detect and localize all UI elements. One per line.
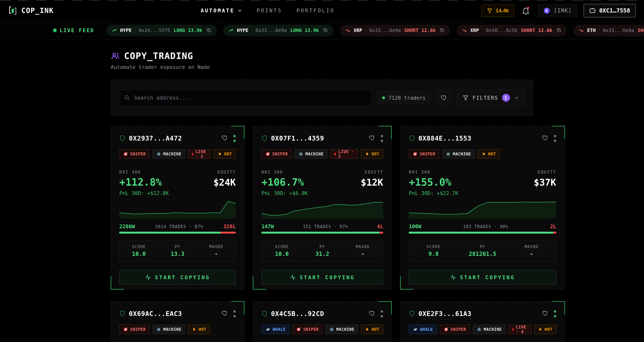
live-dot-icon <box>53 29 56 32</box>
trend-down-icon <box>345 28 350 32</box>
maxdd-label: MAXDD <box>197 244 236 249</box>
copy-icon[interactable] <box>206 28 212 33</box>
start-copying-button[interactable]: START COPYING <box>262 270 383 285</box>
search-input[interactable] <box>134 95 366 101</box>
badge-machine: MACHINE <box>294 149 328 159</box>
winloss-row: 100W 102 TRADES · 98% 2L <box>409 224 556 229</box>
shield-icon <box>262 310 268 317</box>
favorite-button[interactable] <box>369 134 376 141</box>
badge-machine: MACHINE <box>326 325 358 334</box>
trend-down-icon <box>579 28 584 32</box>
badge-machine: MACHINE <box>442 149 475 159</box>
fire-icon <box>218 152 222 157</box>
trader-card: 0X69AC...EAC3 SNIPER MACHINE HOT <box>111 301 244 342</box>
badge-sniper: SNIPER <box>292 325 322 334</box>
badge-hot: HOT <box>478 149 500 159</box>
live-feed-ticker: LIVE FEED HYPE 0x2d...55f5 LONG 13.9k HY… <box>0 21 644 39</box>
nav-automate[interactable]: AUTOMATE <box>201 7 242 13</box>
nav-points[interactable]: POINTS <box>257 7 282 13</box>
badge-whale: WHALE <box>262 325 290 334</box>
trader-address: 0X2937...A472 <box>129 134 182 142</box>
badge-hot: HOT <box>361 149 383 159</box>
trader-address: 0X07F1...4359 <box>271 134 324 142</box>
ticker-item[interactable]: HYPE 0x33...6e9a LONG 13.9k <box>223 25 334 36</box>
start-copying-button[interactable]: START COPYING <box>409 270 556 285</box>
robot-icon <box>298 152 303 157</box>
chevron-down-icon <box>514 95 519 100</box>
trader-address: 0XE2F3...61A3 <box>418 310 472 318</box>
robot-icon <box>156 152 161 157</box>
trend-down-icon <box>462 28 467 32</box>
points-badge[interactable]: 14.4k <box>482 4 514 17</box>
wins-value: 2286W <box>119 224 135 229</box>
favorite-button[interactable] <box>222 310 228 317</box>
card-menu-button[interactable] <box>233 310 236 318</box>
favorite-button[interactable] <box>542 134 549 141</box>
heart-icon <box>222 310 228 317</box>
whale-icon <box>412 327 418 332</box>
favorite-button[interactable] <box>222 134 228 141</box>
trophy-icon <box>487 8 492 13</box>
card-menu-button[interactable] <box>380 310 383 318</box>
chevron-down-icon <box>237 8 242 13</box>
winloss-row: 147W 151 TRADES · 97% 4L <box>262 224 383 229</box>
target-icon <box>412 152 418 157</box>
badge-row: SNIPER MACHINE HOT <box>119 325 236 334</box>
shield-icon <box>409 310 415 317</box>
card-menu-button[interactable] <box>380 134 383 142</box>
favorite-button[interactable] <box>542 310 549 317</box>
wallet-icon <box>589 7 596 14</box>
favorite-button[interactable] <box>369 310 376 317</box>
card-menu-button[interactable] <box>554 134 556 142</box>
notifications-button[interactable] <box>520 5 531 16</box>
pf-label: PF <box>302 244 342 249</box>
badge-machine: MACHINE <box>473 325 506 334</box>
filters-button[interactable]: FILTERS 1 <box>457 90 525 106</box>
shield-icon <box>119 310 126 317</box>
badge-hot: HOT <box>534 325 556 334</box>
badge-sniper: SNIPER <box>262 149 292 159</box>
live-feed-label: LIVE FEED <box>53 27 94 33</box>
nav-portfolio[interactable]: PORTFOLIO <box>296 7 334 13</box>
pf-value: 13.3 <box>158 251 197 257</box>
equity-label: EQUITY <box>365 170 383 174</box>
page-header: COPY_TRADING <box>111 51 533 61</box>
main-area: COPY_TRADING Automate trader exposure on… <box>0 39 644 342</box>
copy-icon[interactable] <box>557 28 562 33</box>
equity-label: EQUITY <box>538 170 556 174</box>
card-menu-button[interactable] <box>554 310 556 318</box>
badge-live: LIVE · 2 <box>330 149 358 159</box>
token-button[interactable]: [INK] <box>538 4 577 17</box>
toolbar: 7120 traders FILTERS 1 <box>111 79 533 116</box>
logo-candle-icon <box>8 6 17 15</box>
logo[interactable]: COP_INK <box>8 6 54 15</box>
trader-address: 0X884E...1553 <box>418 134 472 142</box>
robot-icon <box>446 152 451 157</box>
copy-icon[interactable] <box>440 28 445 33</box>
heart-icon <box>369 134 376 141</box>
ticker-item[interactable]: XRP 0x50...8c5b SHORT 12.6k <box>456 25 567 36</box>
badge-whale: WHALE <box>409 325 437 334</box>
copy-icon[interactable] <box>323 28 328 33</box>
top-bar: COP_INK AUTOMATE POINTS PORTFOLIO 14.4k <box>0 0 644 21</box>
ticker-item[interactable]: HYPE 0x2d...55f5 LONG 13.9k <box>106 25 216 36</box>
ticker-item[interactable]: ETH 0x33...6e9a SHORT 14.7k <box>574 25 644 36</box>
equity-sparkline <box>119 200 236 219</box>
roi-value: +112.8% <box>119 176 162 188</box>
decorative-tape <box>0 0 644 1</box>
mini-stats: SCORE9.8 PF281261.5 MAXDD- <box>409 240 556 262</box>
badge-row: SNIPER MACHINE LIVE · 2 HOT <box>262 149 383 159</box>
equity-label: EQUITY <box>217 170 236 174</box>
ticker-item[interactable]: XRP 0x33...6e9a SHORT 12.6k <box>340 25 450 36</box>
card-menu-button[interactable] <box>233 134 236 142</box>
wallet-address: 0XC1…7558 <box>599 7 630 14</box>
target-icon <box>296 327 301 332</box>
wallet-button[interactable]: 0XC1…7558 <box>584 4 636 17</box>
maxdd-value: - <box>342 251 383 257</box>
search-icon <box>124 95 130 101</box>
winloss-bar <box>262 232 383 234</box>
pf-label: PF <box>158 244 197 249</box>
start-copying-button[interactable]: START COPYING <box>119 270 236 285</box>
favorites-filter-button[interactable] <box>436 90 452 106</box>
score-label: SCORE <box>262 244 302 249</box>
